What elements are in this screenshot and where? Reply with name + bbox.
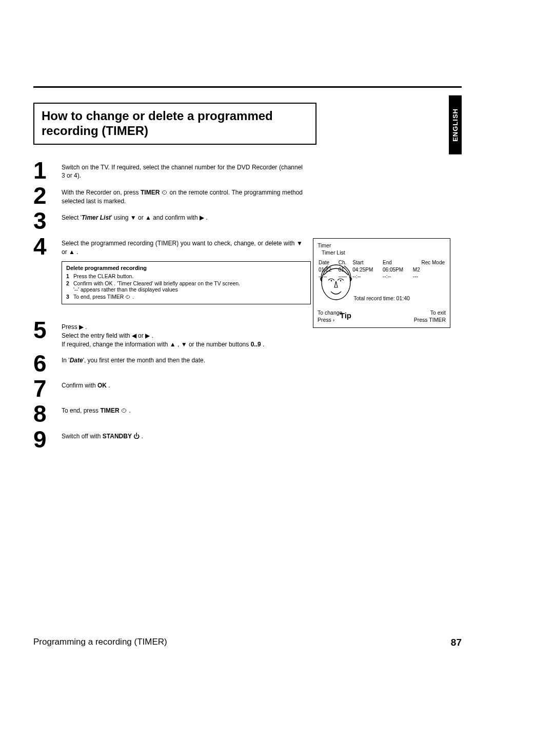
- step-text: Confirm with OK .: [62, 378, 303, 390]
- osd-timer-list: Timer Timer List Date Ch. Start End Rec …: [313, 238, 450, 328]
- clock-icon: ⏲: [162, 189, 168, 196]
- table-row: 01/22 01 04:25PM 06:05PM M2: [318, 266, 446, 274]
- clock-icon: ⏲: [125, 294, 131, 300]
- page-number: 87: [451, 637, 462, 648]
- step-7: 7 Confirm with OK .: [33, 378, 444, 399]
- step-number: 2: [33, 185, 62, 206]
- clock-icon: ⏲: [121, 407, 127, 414]
- step-number: 7: [33, 378, 62, 399]
- osd-title: Timer: [318, 242, 446, 249]
- tip-title: Delete programmed recording: [66, 265, 306, 271]
- osd-total: Total record time: 01:40: [318, 295, 446, 302]
- page-title: How to change or delete a programmed rec…: [42, 109, 308, 139]
- step-text: To end, press TIMER ⏲ .: [62, 403, 303, 415]
- step-number: 4: [33, 236, 62, 257]
- step-number: 1: [33, 160, 62, 181]
- step-number: 8: [33, 403, 62, 424]
- step-text: Switch off with STANDBY ⏻ .: [62, 429, 303, 441]
- step-3: 3 Select 'Timer List' using ▼ or ▲ and c…: [33, 210, 444, 231]
- tip-box: Delete programmed recording 1Press the C…: [62, 261, 311, 304]
- step-text: Switch on the TV. If required, select th…: [62, 160, 303, 181]
- page-footer: Programming a recording (TIMER) 87: [33, 637, 462, 648]
- title-box: How to change or delete a programmed rec…: [33, 103, 316, 145]
- osd-footer: To changePress › To exitPress TIMER: [318, 309, 446, 323]
- step-number: 9: [33, 429, 62, 450]
- power-icon: ⏻: [133, 433, 140, 440]
- step-number: 3: [33, 210, 62, 231]
- osd-subtitle: Timer List: [322, 249, 446, 256]
- step-text: In 'Date', you first enter the month and…: [62, 353, 303, 365]
- table-row: --/-- ----- --:-- --:-- ---: [318, 273, 446, 280]
- step-1: 1 Switch on the TV. If required, select …: [33, 160, 444, 181]
- section-title: Programming a recording (TIMER): [33, 637, 167, 648]
- step-text: Select the programmed recording (TIMER) …: [62, 236, 303, 257]
- language-tab: ENGLISH: [449, 95, 462, 154]
- step-text: Select 'Timer List' using ▼ or ▲ and con…: [62, 210, 303, 222]
- step-2: 2 With the Recorder on, press TIMER ⏲ on…: [33, 185, 444, 206]
- osd-table: Date Ch. Start End Rec Mode 01/22 01 04:…: [318, 259, 446, 280]
- step-8: 8 To end, press TIMER ⏲ .: [33, 403, 444, 424]
- step-9: 9 Switch off with STANDBY ⏻ .: [33, 429, 444, 450]
- step-number: 5: [33, 320, 62, 341]
- step-number: 6: [33, 353, 62, 374]
- step-6: 6 In 'Date', you first enter the month a…: [33, 353, 444, 374]
- step-text: With the Recorder on, press TIMER ⏲ on t…: [62, 185, 303, 206]
- top-rule: [33, 86, 462, 88]
- step-text: Press ▶ . Select the entry field with ◀ …: [62, 320, 303, 348]
